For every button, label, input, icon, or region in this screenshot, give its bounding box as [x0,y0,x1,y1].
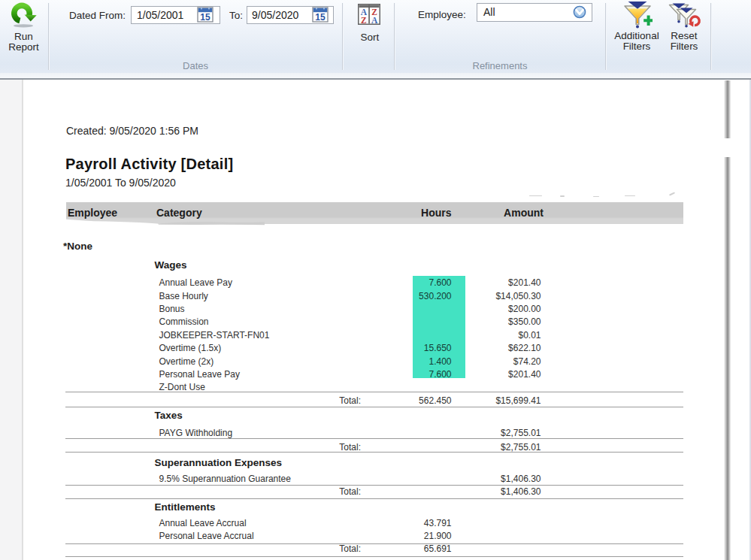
svg-text:15: 15 [200,12,210,23]
svg-text:Z: Z [361,16,367,25]
svg-text:A: A [371,16,378,25]
svg-text:15: 15 [315,12,326,23]
